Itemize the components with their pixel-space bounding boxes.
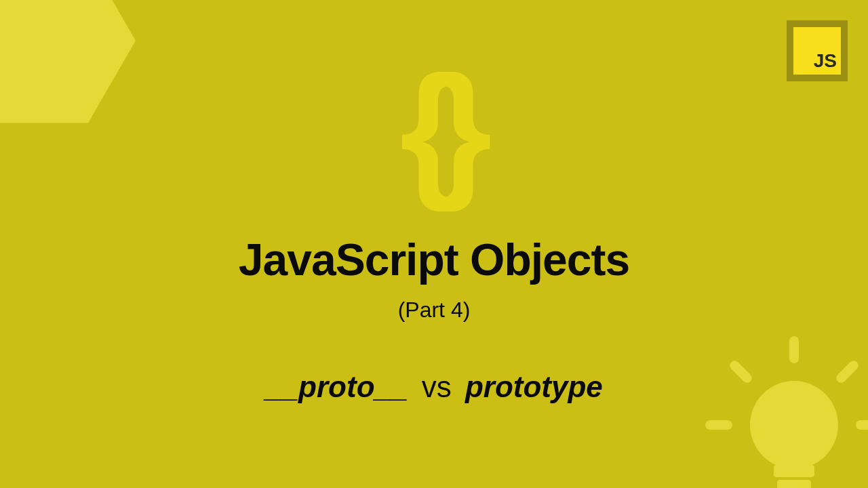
vs-text: vs — [422, 370, 452, 403]
js-logo-container: JS — [787, 20, 848, 81]
prototype-keyword: prototype — [465, 370, 603, 403]
svg-point-5 — [750, 381, 838, 469]
svg-rect-1 — [834, 359, 860, 384]
svg-rect-2 — [728, 359, 753, 384]
js-logo-text: JS — [793, 27, 841, 75]
svg-rect-0 — [789, 336, 799, 363]
braces-icon: {} — [399, 54, 468, 203]
subtitle: (Part 4) — [0, 298, 868, 323]
proto-keyword: __proto__ — [265, 370, 408, 403]
lightbulb-decoration-icon — [698, 329, 868, 488]
svg-rect-7 — [777, 480, 811, 488]
svg-rect-3 — [856, 420, 868, 430]
main-title: JavaScript Objects — [0, 234, 868, 285]
svg-rect-4 — [705, 420, 732, 430]
hexagon-decoration-icon — [0, 0, 136, 136]
svg-rect-6 — [774, 465, 814, 477]
